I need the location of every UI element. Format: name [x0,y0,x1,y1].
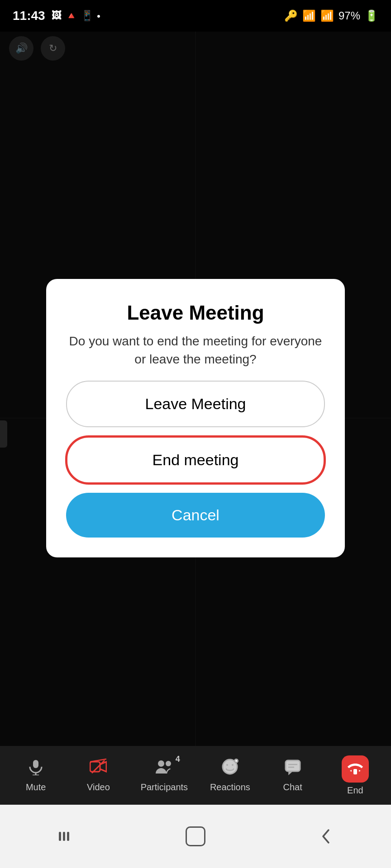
svg-point-11 [166,761,171,766]
svg-rect-4 [33,760,38,768]
cancel-button[interactable]: Cancel [66,493,325,538]
status-icons: 🖼 🔺 📱 ● [52,10,100,22]
status-left: 11:43 🖼 🔺 📱 ● [13,9,100,23]
battery-icon: 🔋 [365,9,378,22]
svg-rect-21 [353,769,357,774]
chat-icon [284,758,301,779]
phone-icon: 📱 [81,10,93,22]
leave-meeting-button[interactable]: Leave Meeting [66,381,325,427]
nav-back-button[interactable] [308,823,344,850]
participants-icon: 4 [155,758,174,779]
battery-text: 97% [339,9,360,22]
video-icon [90,758,107,779]
mute-icon [27,758,44,779]
toolbar-participants[interactable]: 4 Participants [141,758,188,793]
modal-title: Leave Meeting [127,302,264,324]
toolbar-end[interactable]: End [335,755,376,796]
nav-menu-button[interactable] [47,823,83,850]
modal-subtitle: Do you want to end the meeting for every… [66,332,325,368]
home-icon [186,826,205,846]
leave-meeting-modal: Leave Meeting Do you want to end the mee… [46,279,345,557]
end-button-icon [342,755,369,783]
svg-rect-23 [63,832,65,841]
status-bar: 11:43 🖼 🔺 📱 ● 🔑 📶 📶 97% 🔋 [0,0,391,32]
svg-rect-24 [67,832,69,841]
participant-count: 4 [176,755,180,764]
svg-point-14 [232,764,234,766]
mute-label: Mute [26,782,46,793]
key-icon: 🔑 [284,9,298,22]
toolbar-reactions[interactable]: Reactions [210,758,250,793]
end-meeting-button[interactable]: End meeting [66,436,325,484]
status-right: 🔑 📶 📶 97% 🔋 [284,9,378,22]
toolbar-video[interactable]: Video [78,758,119,793]
end-icon [342,755,369,783]
nav-home-button[interactable] [177,823,214,850]
svg-point-10 [158,760,164,767]
modal-buttons: Leave Meeting End meeting Cancel [66,381,325,538]
bottom-toolbar: Mute Video 4 Participants [0,746,391,805]
svg-rect-18 [286,760,300,771]
chat-label: Chat [283,782,302,793]
time: 11:43 [13,9,45,23]
photo-icon: 🖼 [52,10,62,22]
video-label: Video [87,782,110,793]
nav-bar [0,805,391,868]
end-label: End [347,785,363,796]
dot-icon: ● [97,12,100,19]
toolbar-mute[interactable]: Mute [15,758,56,793]
svg-point-13 [226,764,228,766]
reactions-icon [221,758,238,779]
svg-rect-22 [59,832,61,841]
toolbar-chat[interactable]: Chat [272,758,313,793]
cloud-icon: 🔺 [65,10,77,22]
reactions-label: Reactions [210,782,250,793]
signal-icon: 📶 [320,9,334,22]
wifi-icon: 📶 [302,9,316,22]
participants-label: Participants [141,782,188,793]
modal-overlay: Leave Meeting Do you want to end the mee… [0,32,391,805]
